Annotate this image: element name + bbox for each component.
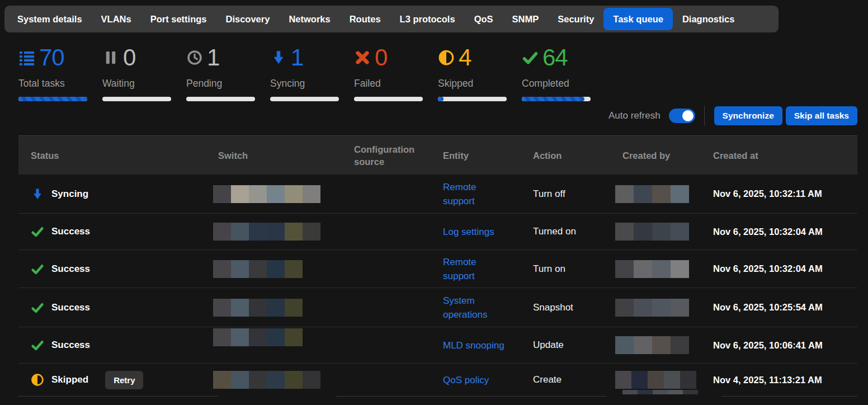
created-at-value: Nov 6, 2025, 10:32:11 AM	[713, 189, 822, 199]
stat-value: 1	[207, 47, 219, 68]
stat-value: 0	[375, 47, 387, 68]
tab-routes[interactable]: Routes	[340, 8, 390, 30]
stat-value: 1	[291, 47, 303, 68]
status-label: Success	[51, 302, 90, 313]
created-at-value: Nov 6, 2025, 10:32:04 AM	[713, 227, 823, 237]
x-icon	[354, 49, 371, 66]
stat-skipped: 4Skipped	[438, 47, 522, 101]
toggle-knob	[682, 110, 694, 121]
column-header-created-by: Created by	[622, 149, 713, 162]
column-header-label: Configuration source	[354, 144, 414, 167]
stat-progress-bar	[354, 97, 423, 101]
check-icon	[31, 262, 44, 276]
tab-port-settings[interactable]: Port settings	[141, 8, 216, 30]
action-cell: Turn on	[533, 263, 622, 275]
created-at-cell: Nov 6, 2025, 10:32:11 AM	[713, 189, 857, 199]
stat-progress-bar	[18, 97, 87, 101]
half-circle-icon	[31, 373, 44, 387]
entity-link[interactable]: Log settings	[443, 225, 494, 239]
status-label: Success	[51, 263, 90, 275]
created-by-redacted	[615, 336, 696, 354]
retry-button[interactable]: Retry	[105, 371, 143, 389]
switch-redacted	[213, 223, 337, 241]
created-by-cell	[622, 185, 713, 203]
created-by-redacted	[615, 223, 696, 241]
action-label: Update	[533, 340, 564, 350]
created-at-cell: Nov 6, 2025, 10:32:04 AM	[713, 227, 857, 237]
stat-progress-bar	[270, 97, 339, 101]
stat-label: Skipped	[438, 77, 522, 90]
action-cell: Update	[533, 340, 622, 351]
entity-link[interactable]: MLD snooping	[443, 338, 504, 352]
created-at-cell: Nov 6, 2025, 10:25:54 AM	[713, 302, 857, 313]
tab-system-details[interactable]: System details	[8, 8, 92, 30]
switch-cell	[218, 299, 354, 317]
tab-discovery[interactable]: Discovery	[216, 8, 280, 30]
created-at-value: Nov 6, 2025, 10:06:41 AM	[713, 340, 823, 350]
stat-label: Total tasks	[18, 77, 102, 90]
tab-diagnostics[interactable]: Diagnostics	[673, 8, 744, 30]
table-row: SuccessSystem operationsSnapshotNov 6, 2…	[18, 288, 857, 327]
switch-cell	[218, 260, 354, 278]
switch-redacted	[213, 185, 337, 203]
tab-security[interactable]: Security	[548, 8, 603, 30]
check-icon	[31, 301, 44, 314]
tab-vlans[interactable]: VLANs	[92, 8, 141, 30]
auto-refresh-toggle[interactable]	[669, 109, 695, 123]
pause-icon	[102, 49, 119, 66]
action-label: Turned on	[533, 226, 576, 237]
column-header-switch: Switch	[218, 149, 354, 162]
table-controls: Auto refresh Synchronize Skip all tasks	[608, 105, 857, 126]
switch-redacted	[213, 260, 337, 278]
switch-cell	[218, 371, 354, 389]
created-by-redacted	[615, 185, 696, 203]
entity-cell: QoS policy	[443, 373, 533, 387]
status-cell: Syncing	[18, 187, 218, 201]
tab-qos[interactable]: QoS	[465, 8, 503, 30]
stat-progress-bar	[102, 97, 171, 101]
list-icon	[18, 49, 35, 66]
entity-link[interactable]: Remote support	[443, 180, 506, 208]
entity-cell: MLD snooping	[443, 338, 533, 352]
entity-link[interactable]: QoS policy	[443, 373, 489, 387]
entity-link[interactable]: System operations	[443, 294, 506, 322]
column-header-status: Status	[18, 149, 218, 162]
table-row: SuccessLog settingsTurned onNov 6, 2025,…	[18, 214, 857, 250]
tab-l3-protocols[interactable]: L3 protocols	[390, 8, 465, 30]
table-row: SuccessRemote supportTurn onNov 6, 2025,…	[18, 250, 857, 288]
column-header-label: Created at	[713, 150, 758, 161]
switch-redacted	[213, 328, 337, 346]
stat-label: Failed	[354, 77, 438, 90]
stat-value: 64	[542, 47, 568, 68]
column-header-created-at: Created at	[713, 149, 857, 162]
created-by-redacted	[615, 299, 696, 317]
created-at-cell: Nov 4, 2025, 11:13:21 AM	[713, 375, 857, 385]
status-label: Success	[51, 226, 90, 237]
task-stats: 70Total tasks0Waiting1Pending1Syncing0Fa…	[18, 47, 606, 101]
check-icon	[31, 338, 44, 352]
action-cell: Create	[533, 374, 622, 385]
stat-value: 4	[459, 47, 471, 68]
created-by-cell	[622, 260, 713, 278]
tab-networks[interactable]: Networks	[279, 8, 339, 30]
tab-snmp[interactable]: SNMP	[503, 8, 549, 30]
skip-all-tasks-button[interactable]: Skip all tasks	[786, 106, 857, 125]
action-cell: Snapshot	[533, 302, 622, 313]
column-header-label: Entity	[443, 150, 469, 161]
stat-progress-bar	[522, 97, 591, 101]
entity-link[interactable]: Remote support	[443, 255, 506, 283]
action-cell: Turn off	[533, 189, 622, 200]
table-row: SuccessMLD snoopingUpdateNov 6, 2025, 10…	[18, 327, 857, 364]
column-header-action: Action	[533, 149, 622, 162]
check-icon	[522, 49, 539, 66]
arrow-down-icon	[270, 49, 287, 66]
stat-waiting: 0Waiting	[102, 47, 186, 101]
stat-label: Pending	[186, 77, 270, 90]
status-label: Success	[51, 340, 90, 351]
synchronize-button[interactable]: Synchronize	[714, 106, 782, 125]
status-cell: Success	[18, 225, 218, 238]
stat-label: Syncing	[270, 77, 354, 90]
table-row: SyncingRemote supportTurn offNov 6, 2025…	[18, 175, 857, 214]
stat-progress-bar	[438, 97, 507, 101]
tab-task-queue[interactable]: Task queue	[603, 8, 673, 30]
